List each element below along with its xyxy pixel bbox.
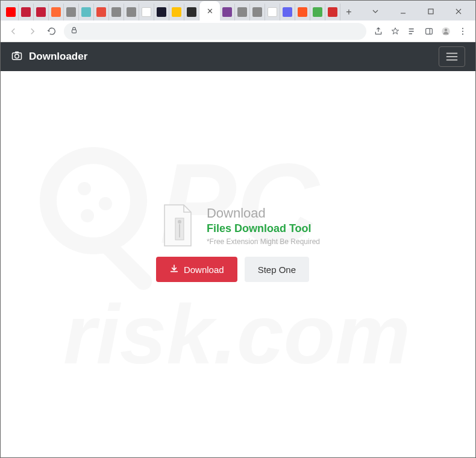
tab-favicon[interactable] [124,4,139,20]
tab-favicon[interactable] [250,4,265,20]
url-field[interactable] [64,23,366,40]
download-heading: Download [207,205,320,221]
reload-button[interactable] [45,24,59,39]
tab-favicon[interactable] [295,4,310,20]
tab-favicon[interactable] [79,4,94,20]
svg-rect-2 [72,30,77,33]
address-bar [0,20,476,42]
tab-favicon[interactable] [94,4,109,20]
svg-point-6 [445,28,448,31]
hamburger-button[interactable] [439,46,465,67]
window-minimize-button[interactable] [389,2,417,20]
step-one-label: Step One [258,265,296,275]
svg-point-11 [15,54,19,58]
tab-favicon[interactable] [169,4,184,20]
tab-favicon[interactable] [34,4,49,20]
download-icon [169,264,179,275]
brand-text: Downloader [29,51,87,63]
tab-favicon[interactable] [109,4,124,20]
back-button[interactable] [6,24,20,39]
download-block: Download Files Download Tool *Free Exten… [156,204,320,282]
svg-point-15 [48,155,139,246]
tab-favicon[interactable] [139,4,154,20]
window-close-button[interactable] [445,2,472,20]
lock-icon [70,26,78,37]
tab-favicon[interactable] [19,4,34,20]
tab-favicon[interactable] [235,4,250,20]
download-note: *Free Extension Might Be Required [207,237,320,246]
menu-button[interactable] [456,24,470,39]
svg-rect-1 [428,9,433,14]
svg-point-19 [81,209,94,222]
camera-icon [11,49,23,64]
svg-rect-3 [426,28,433,34]
tab-favicon[interactable] [220,4,235,20]
tab-favicon[interactable] [325,4,340,20]
svg-point-7 [462,28,463,29]
window-maximize-button[interactable] [417,2,445,20]
svg-point-8 [462,30,463,31]
forward-button[interactable] [25,24,40,39]
svg-point-18 [99,197,112,210]
profile-button[interactable] [439,24,453,39]
new-tab-button[interactable]: + [340,4,357,20]
download-button-label: Download [184,265,224,275]
svg-point-9 [462,33,463,34]
tab-favicon[interactable] [280,4,295,20]
tab-favicon[interactable] [154,4,169,20]
side-panel-button[interactable] [422,24,436,39]
svg-point-17 [78,182,91,195]
svg-point-23 [178,220,181,224]
reading-list-button[interactable] [405,24,419,39]
tab-favicon[interactable] [310,4,325,20]
brand: Downloader [11,49,87,64]
download-subheading: Files Download Tool [207,222,320,235]
step-one-button[interactable]: Step One [245,257,309,282]
tab-favicon[interactable] [265,4,280,20]
tab-favicon[interactable] [64,4,79,20]
window-dropdown-button[interactable] [362,2,389,20]
svg-rect-16 [96,234,155,293]
download-button[interactable]: Download [156,257,237,282]
svg-text:risk.com: risk.com [63,287,410,381]
tab-close-icon[interactable]: ✕ [207,7,213,16]
share-button[interactable] [371,24,386,39]
file-icon [160,204,196,247]
tab-favicon[interactable] [49,4,64,20]
tab-favicon[interactable] [184,4,199,20]
tab-favicon[interactable] [4,4,19,20]
page-content: PC risk.com Download Files Download Tool… [0,71,476,439]
tab-active[interactable]: ✕ [199,1,220,20]
bookmark-button[interactable] [388,24,402,39]
tab-strip: ✕ + [0,0,476,20]
page-navbar: Downloader [0,42,476,71]
